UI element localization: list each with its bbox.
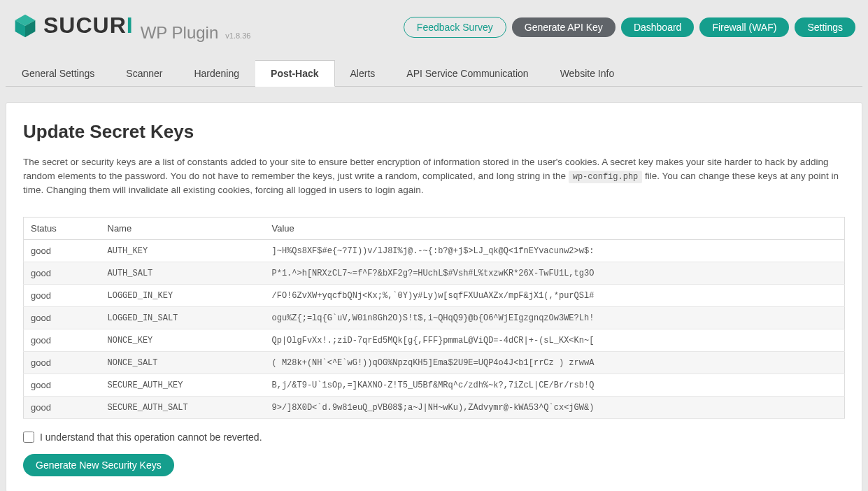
value-cell: ]~H%Qs8XF$#e{~?7I))v/lJ8I%j@.-~{:b?@+j$>… xyxy=(265,240,845,262)
tabs: General Settings Scanner Hardening Post-… xyxy=(6,59,862,87)
generate-api-key-button[interactable]: Generate API Key xyxy=(512,17,616,37)
logo-text: SUCURI xyxy=(43,13,134,38)
plugin-version: v1.8.36 xyxy=(225,31,250,40)
header-buttons: Feedback Survey Generate API Key Dashboa… xyxy=(404,17,855,38)
confirm-checkbox[interactable] xyxy=(23,432,34,443)
tab-scanner[interactable]: Scanner xyxy=(111,60,178,87)
name-cell: AUTH_SALT xyxy=(101,262,265,285)
logo-cube-icon xyxy=(13,13,38,38)
value-cell: /FO!6ZvXW+yqcfbQNj<Kx;%,`0Y)y#Ly)w[sqfFX… xyxy=(265,285,845,307)
value-cell: Qp|OlgFvXx!.;ziD-7qrEd5MQk[g{,FFF}pmmaL@… xyxy=(265,329,845,352)
tab-general-settings[interactable]: General Settings xyxy=(6,60,111,87)
feedback-survey-button[interactable]: Feedback Survey xyxy=(404,17,506,38)
table-row: goodSECURE_AUTH_KEYB,j/&T9-U`1sOp,=]KAXN… xyxy=(24,374,845,397)
table-row: goodAUTH_SALTP*1.^>h[NRXzCL7~=f^F?&bXF2g… xyxy=(24,262,845,285)
table-row: goodNONCE_KEYQp|OlgFvXx!.;ziD-7qrEd5MQk[… xyxy=(24,329,845,352)
name-cell: AUTH_KEY xyxy=(101,240,265,262)
table-row: goodLOGGED_IN_SALTogu%Z{;=lq{G`uV,W0in8G… xyxy=(24,307,845,329)
status-cell: good xyxy=(24,307,101,329)
tab-api-service-communication[interactable]: API Service Communication xyxy=(391,60,544,87)
panel-description: The secret or security keys are a list o… xyxy=(23,155,845,198)
value-cell: ( M28k+(NH`<^E`wG!))qOG%NpzqKH5]Ema$2U9E… xyxy=(265,352,845,374)
plugin-title: WP Plugin xyxy=(141,23,219,43)
name-cell: NONCE_KEY xyxy=(101,329,265,352)
dashboard-button[interactable]: Dashboard xyxy=(621,17,695,37)
table-row: goodNONCE_SALT( M28k+(NH`<^E`wG!))qOG%Np… xyxy=(24,352,845,374)
value-cell: B,j/&T9-U`1sOp,=]KAXNO-Z!T5_U5Bf&MRq^c/z… xyxy=(265,374,845,397)
col-value: Value xyxy=(265,218,845,240)
value-cell: ogu%Z{;=lq{G`uV,W0in8Gh2O)S!t$,i~QHqQ9}@… xyxy=(265,307,845,329)
name-cell: LOGGED_IN_SALT xyxy=(101,307,265,329)
panel-update-secret-keys: Update Secret Keys The secret or securit… xyxy=(6,102,862,492)
status-cell: good xyxy=(24,285,101,307)
tab-alerts[interactable]: Alerts xyxy=(335,60,392,87)
name-cell: SECURE_AUTH_KEY xyxy=(101,374,265,397)
settings-button[interactable]: Settings xyxy=(795,17,855,37)
col-name: Name xyxy=(101,218,265,240)
status-cell: good xyxy=(24,240,101,262)
panel-title: Update Secret Keys xyxy=(23,121,845,143)
name-cell: NONCE_SALT xyxy=(101,352,265,374)
status-cell: good xyxy=(24,329,101,352)
secret-keys-table: Status Name Value goodAUTH_KEY]~H%Qs8XF$… xyxy=(23,217,845,419)
firewall-button[interactable]: Firewall (WAF) xyxy=(699,17,789,37)
status-cell: good xyxy=(24,352,101,374)
status-cell: good xyxy=(24,262,101,285)
name-cell: LOGGED_IN_KEY xyxy=(101,285,265,307)
brand: SUCURI WP Plugin v1.8.36 xyxy=(13,13,250,43)
table-row: goodSECURE_AUTH_SALT9>/]8X0D<`d.9w81euQ_… xyxy=(24,397,845,419)
confirm-label: I understand that this operation cannot … xyxy=(40,432,262,443)
table-row: goodLOGGED_IN_KEY/FO!6ZvXW+yqcfbQNj<Kx;%… xyxy=(24,285,845,307)
value-cell: P*1.^>h[NRXzCL7~=f^F?&bXF2g?=HUchL$#Vsh#… xyxy=(265,262,845,285)
confirm-row: I understand that this operation cannot … xyxy=(23,432,845,443)
name-cell: SECURE_AUTH_SALT xyxy=(101,397,265,419)
wp-config-code: wp-config.php xyxy=(569,171,643,183)
tab-website-info[interactable]: Website Info xyxy=(545,60,631,87)
tab-hardening[interactable]: Hardening xyxy=(178,60,255,87)
status-cell: good xyxy=(24,397,101,419)
table-row: goodAUTH_KEY]~H%Qs8XF$#e{~?7I))v/lJ8I%j@… xyxy=(24,240,845,262)
tab-post-hack[interactable]: Post-Hack xyxy=(255,60,334,87)
logo: SUCURI xyxy=(13,13,134,38)
value-cell: 9>/]8X0D<`d.9w81euQ_pVB08$;a~J|NH~wKu),Z… xyxy=(265,397,845,419)
col-status: Status xyxy=(24,218,101,240)
status-cell: good xyxy=(24,374,101,397)
generate-new-security-keys-button[interactable]: Generate New Security Keys xyxy=(23,454,174,476)
